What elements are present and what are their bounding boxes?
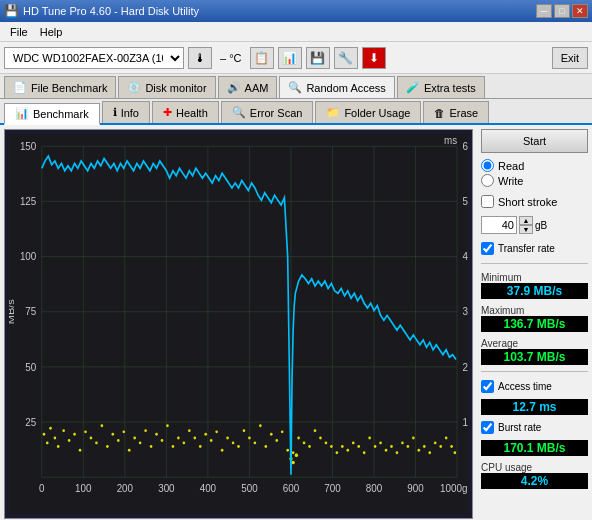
short-stroke-spin: ▲ ▼ gB <box>481 216 588 234</box>
svg-text:800: 800 <box>366 482 383 494</box>
toolbar: WDC WD1002FAEX-00Z3A (1000 gB) 🌡 – °C 📋 … <box>0 42 592 74</box>
svg-point-76 <box>210 439 213 442</box>
temp-display: – °C <box>216 52 246 64</box>
svg-text:10: 10 <box>463 416 468 428</box>
svg-point-61 <box>128 449 131 452</box>
tab-aam[interactable]: 🔊 AAM <box>218 76 278 98</box>
write-option[interactable]: Write <box>481 174 588 187</box>
close-button[interactable]: ✕ <box>572 4 588 18</box>
toolbar-icon-2[interactable]: 📋 <box>250 47 274 69</box>
chart-area: 150 125 100 75 50 25 60 50 40 30 20 10 0… <box>4 129 473 519</box>
svg-point-82 <box>243 429 246 432</box>
tab-benchmark[interactable]: 📊 Benchmark <box>4 103 100 125</box>
svg-point-64 <box>144 429 147 432</box>
exit-button[interactable]: Exit <box>552 47 588 69</box>
svg-text:50: 50 <box>463 196 468 208</box>
tab-health[interactable]: ✚ Health <box>152 101 219 123</box>
transfer-rate-checkbox[interactable] <box>481 242 494 255</box>
divider-1 <box>481 263 588 264</box>
svg-text:500: 500 <box>241 482 258 494</box>
svg-point-107 <box>363 451 366 454</box>
svg-point-92 <box>297 437 300 440</box>
spin-up-button[interactable]: ▲ <box>519 216 533 225</box>
file-benchmark-icon: 📄 <box>13 81 27 94</box>
svg-text:30: 30 <box>463 306 468 318</box>
svg-point-81 <box>237 445 240 448</box>
svg-point-72 <box>188 429 191 432</box>
transfer-rate-label: Transfer rate <box>498 243 555 254</box>
svg-point-91 <box>292 451 295 454</box>
app-title: HD Tune Pro 4.60 - Hard Disk Utility <box>23 5 199 17</box>
svg-point-96 <box>319 437 322 440</box>
extra-tests-icon: 🧪 <box>406 81 420 94</box>
app-icon: 💾 <box>4 4 19 18</box>
spin-down-button[interactable]: ▼ <box>519 225 533 234</box>
toolbar-icon-4[interactable]: 💾 <box>306 47 330 69</box>
tab-extra-tests[interactable]: 🧪 Extra tests <box>397 76 485 98</box>
disk-selector[interactable]: WDC WD1002FAEX-00Z3A (1000 gB) <box>4 47 184 69</box>
svg-point-78 <box>221 449 224 452</box>
toolbar-icon-3[interactable]: 📊 <box>278 47 302 69</box>
read-radio[interactable] <box>481 159 494 172</box>
svg-text:900: 900 <box>407 482 424 494</box>
tab-info[interactable]: ℹ Info <box>102 101 150 123</box>
read-option[interactable]: Read <box>481 159 588 172</box>
svg-point-45 <box>46 441 49 444</box>
maximize-button[interactable]: □ <box>554 4 570 18</box>
tab-random-access[interactable]: 🔍 Random Access <box>279 76 394 98</box>
svg-text:100: 100 <box>20 251 37 263</box>
svg-point-80 <box>232 441 235 444</box>
health-icon: ✚ <box>163 106 172 119</box>
burst-rate-option[interactable]: Burst rate <box>481 421 588 434</box>
transfer-rate-option[interactable]: Transfer rate <box>481 242 588 255</box>
short-stroke-option[interactable]: Short stroke <box>481 195 588 208</box>
write-radio[interactable] <box>481 174 494 187</box>
svg-point-57 <box>106 445 109 448</box>
tab-disk-monitor[interactable]: 💿 Disk monitor <box>118 76 215 98</box>
svg-text:75: 75 <box>25 306 36 318</box>
short-stroke-input[interactable] <box>481 216 517 234</box>
toolbar-icon-6[interactable]: ⬇ <box>362 47 386 69</box>
svg-point-56 <box>101 424 104 427</box>
svg-point-65 <box>150 445 153 448</box>
menu-help[interactable]: Help <box>34 24 69 40</box>
minimize-button[interactable]: ─ <box>536 4 552 18</box>
access-time-checkbox[interactable] <box>481 380 494 393</box>
svg-point-46 <box>49 427 52 430</box>
title-bar-controls[interactable]: ─ □ ✕ <box>536 4 588 18</box>
title-bar: 💾 HD Tune Pro 4.60 - Hard Disk Utility ─… <box>0 0 592 22</box>
svg-text:1000gB: 1000gB <box>440 482 468 494</box>
start-button[interactable]: Start <box>481 129 588 153</box>
tab-file-benchmark[interactable]: 📄 File Benchmark <box>4 76 116 98</box>
svg-point-97 <box>325 441 328 444</box>
tab-error-scan[interactable]: 🔍 Error Scan <box>221 101 314 123</box>
access-time-stat: 12.7 ms <box>481 399 588 415</box>
svg-text:40: 40 <box>463 251 468 263</box>
tab-folder-usage[interactable]: 📁 Folder Usage <box>315 101 421 123</box>
menu-file[interactable]: File <box>4 24 34 40</box>
svg-point-114 <box>401 441 404 444</box>
svg-point-87 <box>270 433 273 436</box>
minimum-stat: Minimum 37.9 MB/s <box>481 270 588 299</box>
benchmark-chart: 150 125 100 75 50 25 60 50 40 30 20 10 0… <box>9 134 468 514</box>
toolbar-icon-5[interactable]: 🔧 <box>334 47 358 69</box>
title-bar-left: 💾 HD Tune Pro 4.60 - Hard Disk Utility <box>4 4 199 18</box>
svg-text:20: 20 <box>463 361 468 373</box>
svg-point-83 <box>248 437 251 440</box>
svg-text:200: 200 <box>117 482 134 494</box>
menu-bar: File Help <box>0 22 592 42</box>
short-stroke-checkbox[interactable] <box>481 195 494 208</box>
average-label: Average <box>481 338 588 349</box>
toolbar-icon-1[interactable]: 🌡 <box>188 47 212 69</box>
svg-point-70 <box>177 437 180 440</box>
access-time-option[interactable]: Access time <box>481 380 588 393</box>
svg-point-108 <box>368 437 371 440</box>
svg-rect-0 <box>9 134 468 514</box>
svg-point-104 <box>346 449 349 452</box>
svg-point-117 <box>418 449 421 452</box>
svg-text:300: 300 <box>158 482 175 494</box>
svg-point-123 <box>450 445 453 448</box>
burst-rate-checkbox[interactable] <box>481 421 494 434</box>
svg-point-69 <box>172 445 175 448</box>
tab-erase[interactable]: 🗑 Erase <box>423 101 489 123</box>
